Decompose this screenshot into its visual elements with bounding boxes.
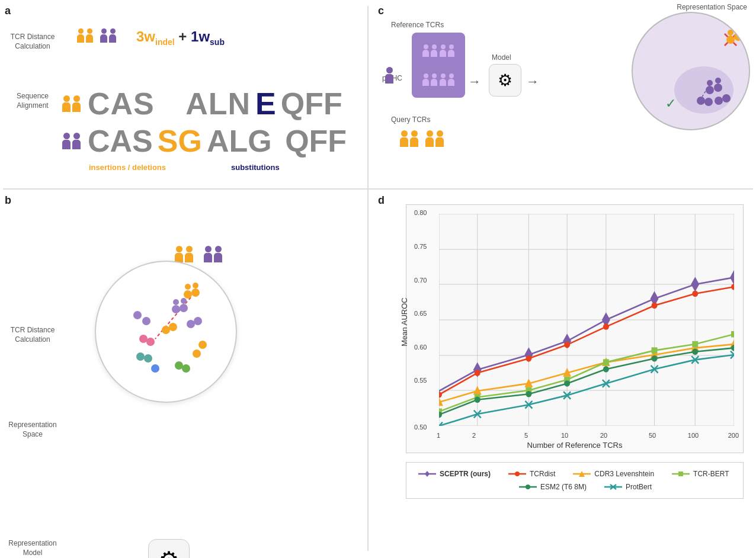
svg-point-9 — [169, 323, 177, 331]
seq-row-bottom: CASSGALG QFF — [62, 123, 347, 159]
svg-point-1 — [184, 290, 192, 299]
xtick-1: 1 — [437, 432, 440, 439]
svg-point-16 — [144, 354, 152, 363]
panel-b-label: b — [5, 194, 11, 207]
legend-line-tcrbert — [672, 470, 690, 478]
arrow-to-model: → — [468, 74, 481, 89]
svg-rect-87 — [731, 331, 734, 338]
svg-point-19 — [182, 364, 190, 373]
x-axis-label: Number of Reference TCRs — [406, 441, 743, 450]
svg-point-69 — [652, 303, 658, 309]
svg-point-21 — [133, 311, 142, 319]
query-tcrs-label: Query TCRs — [391, 116, 430, 124]
svg-point-17 — [151, 364, 159, 373]
svg-point-91 — [564, 380, 570, 387]
model-gear-c: ⚙ — [489, 64, 521, 97]
svg-point-70 — [692, 291, 698, 297]
svg-point-22 — [198, 341, 207, 349]
xtick-200: 200 — [728, 432, 739, 439]
legend-item-sceptr: SCEPTR (ours) — [418, 470, 491, 478]
svg-point-18 — [175, 361, 183, 370]
svg-point-20 — [142, 317, 150, 325]
repr-model-label-b: RepresentationModel — [6, 539, 59, 557]
panel-d-label: d — [378, 194, 385, 207]
svg-point-13 — [139, 335, 148, 343]
xtick-50: 50 — [649, 432, 656, 439]
panel-d: d Mean AUROC Number of Reference TCRs — [373, 190, 756, 558]
xtick-5: 5 — [524, 432, 528, 439]
panel-a: a TCR DistanceCalculation 3windel + 1wsu… — [0, 0, 361, 190]
svg-marker-62 — [691, 277, 699, 291]
xtick-100: 100 — [688, 432, 699, 439]
svg-point-23 — [193, 349, 201, 358]
repr-circle-c: ✓ — [632, 12, 750, 130]
repr-space-label-b: RepresentationSpace — [6, 421, 59, 439]
circle-svg — [96, 262, 238, 404]
model-label-c: Model — [492, 53, 511, 62]
query-tcr-icons — [400, 130, 444, 147]
xtick-20: 20 — [600, 432, 607, 439]
tcr-distance-label-a: TCR DistanceCalculation — [6, 33, 59, 51]
svg-point-24 — [674, 66, 733, 114]
svg-rect-84 — [603, 359, 609, 365]
xtick-10: 10 — [561, 432, 568, 439]
panel-c: c Reference TCRs pMHC Query TCRs — [373, 0, 756, 190]
svg-marker-113 — [425, 471, 430, 477]
ytick-0.60: 0.60 — [414, 344, 427, 351]
svg-point-94 — [692, 348, 698, 355]
svg-point-7 — [173, 299, 179, 305]
svg-marker-63 — [730, 270, 734, 285]
chart-container: Mean AUROC Number of Reference TCRs — [406, 204, 744, 453]
svg-line-0 — [155, 297, 191, 339]
svg-point-2 — [191, 288, 200, 297]
repr-space-label-c: Representation Space — [677, 3, 747, 11]
svg-point-5 — [172, 305, 180, 313]
tcr-distance-label-b: TCR DistanceCalculation — [6, 326, 59, 344]
svg-point-27 — [726, 36, 735, 44]
chart-plot-area: 0.80 0.75 0.70 0.65 0.60 0.55 0.50 1 2 5… — [439, 214, 734, 426]
arrow-to-repr: → — [526, 74, 539, 89]
legend-label-sceptr: SCEPTR (ours) — [440, 470, 491, 478]
sub-label: substitutions — [231, 163, 280, 172]
panel-b: b TCR DistanceCalculation Representation… — [0, 190, 361, 558]
panel-c-label: c — [378, 5, 384, 17]
svg-point-121 — [526, 485, 530, 489]
svg-point-93 — [652, 355, 658, 362]
svg-point-68 — [603, 323, 609, 330]
legend-label-cdr3: CDR3 Levenshtein — [594, 470, 654, 478]
svg-point-6 — [180, 304, 188, 312]
ytick-0.70: 0.70 — [414, 277, 427, 284]
seq-align-label: SequenceAlignment — [6, 92, 59, 110]
svg-point-12 — [194, 317, 202, 325]
svg-point-32 — [706, 86, 714, 94]
svg-point-34 — [707, 80, 713, 86]
legend-line-cdr3 — [573, 470, 591, 478]
svg-point-11 — [187, 320, 195, 328]
chart-svg — [439, 214, 734, 426]
svg-point-115 — [515, 472, 520, 476]
ytick-0.50: 0.50 — [414, 424, 427, 431]
legend-line-tcrdist — [508, 470, 526, 478]
legend-label-tcrdist: TCRdist — [530, 470, 555, 478]
legend-row-2: ESM2 (T6 8M) ProtBert — [418, 483, 731, 491]
legend-item-protbert: ProtBert — [604, 483, 652, 491]
legend-label-tcrbert: TCR-BERT — [693, 470, 729, 478]
ytick-0.75: 0.75 — [414, 243, 427, 250]
legend-label-protbert: ProtBert — [626, 483, 652, 491]
formula-indel: 3windel + 1wsub — [136, 28, 225, 47]
repr-model-gear-b: ⚙ — [148, 539, 190, 558]
xtick-2: 2 — [472, 432, 476, 439]
seq-row-top: CAS ALNEQFF — [62, 86, 342, 121]
svg-point-92 — [603, 366, 609, 373]
ins-del-label: insertions / deletions — [89, 163, 166, 172]
svg-point-29 — [728, 30, 733, 36]
ref-tcrs-label: Reference TCRs — [391, 21, 444, 29]
vertical-divider — [367, 6, 369, 551]
svg-point-66 — [526, 355, 531, 362]
svg-point-8 — [181, 298, 187, 304]
svg-point-10 — [162, 326, 170, 334]
svg-rect-86 — [692, 341, 698, 348]
svg-point-30 — [735, 27, 741, 33]
svg-point-37 — [704, 98, 713, 106]
panel-a-label: a — [5, 5, 11, 17]
